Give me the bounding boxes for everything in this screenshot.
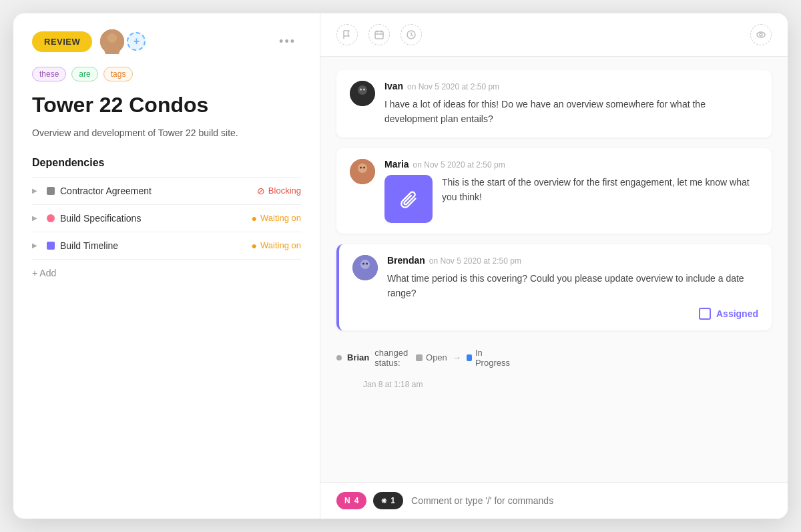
calendar-icon[interactable]: [368, 24, 390, 45]
assigned-label: Assigned: [716, 308, 758, 319]
status-to-dot: [467, 354, 472, 361]
comment-card-highlighted: Brendan on Nov 5 2020 at 2:50 pm What ti…: [336, 244, 772, 330]
svg-point-22: [362, 262, 364, 264]
bottom-badges: N 4 ❋ 1: [336, 492, 403, 509]
tag-are[interactable]: are: [71, 67, 97, 81]
status-from-dot: [416, 354, 423, 361]
waiting-icon: ●: [252, 240, 257, 251]
left-panel: REVIEW +: [13, 13, 320, 519]
add-dependency-button[interactable]: + Add: [32, 260, 301, 286]
svg-point-4: [113, 37, 115, 39]
svg-point-0: [100, 29, 124, 53]
dependencies-title: Dependencies: [32, 157, 301, 169]
page-title: Tower 22 Condos: [32, 92, 301, 117]
dependency-item: ▶ Contractor Agreement ⊘ Blocking: [32, 178, 301, 205]
paperclip-icon: [399, 190, 418, 208]
svg-point-15: [358, 164, 367, 173]
comment-author: Maria: [384, 159, 409, 170]
status-change-time: Jan 8 at 1:18 am: [363, 380, 772, 389]
review-button[interactable]: REVIEW: [32, 31, 92, 52]
assigned-checkbox[interactable]: [699, 308, 711, 320]
right-header: [320, 13, 788, 57]
notion-icon: N: [344, 496, 350, 505]
dep-color-indicator: [47, 242, 55, 250]
status-actor: Brian: [347, 352, 369, 362]
avatar-ivan: [350, 81, 375, 106]
dep-status-label: Waiting on: [260, 240, 301, 250]
tag-these[interactable]: these: [32, 67, 66, 81]
right-header-icons: [336, 24, 422, 45]
figma-count: 1: [390, 496, 395, 505]
svg-point-17: [360, 166, 362, 168]
comment-input[interactable]: [411, 495, 772, 506]
add-user-button[interactable]: +: [127, 32, 146, 51]
left-header: REVIEW +: [32, 29, 301, 53]
blocking-icon: ⊘: [257, 186, 265, 196]
comment-card: Maria on Nov 5 2020 at 2:50 pm This is t…: [336, 148, 772, 234]
comment-time: on Nov 5 2020 at 2:50 pm: [413, 160, 505, 170]
right-panel: Ivan on Nov 5 2020 at 2:50 pm I have a l…: [320, 13, 788, 519]
comment-card: Ivan on Nov 5 2020 at 2:50 pm I have a l…: [336, 70, 772, 138]
avatar: [100, 29, 124, 53]
avatar-maria: [350, 159, 375, 184]
avatar-face-maria: [350, 159, 375, 184]
comment-time: on Nov 5 2020 at 2:50 pm: [407, 82, 499, 91]
svg-point-8: [760, 33, 762, 36]
app-layout: REVIEW +: [13, 13, 788, 519]
comment-text: This is the start of the overview for th…: [442, 175, 758, 223]
flag-icon[interactable]: [336, 24, 358, 45]
comment-text: I have a lot of ideas for this! Do we ha…: [384, 97, 758, 127]
eye-icon[interactable]: [750, 24, 772, 45]
tag-tags[interactable]: tags: [103, 67, 134, 81]
dep-color-indicator: [47, 214, 55, 222]
dep-status: ● Waiting on: [252, 213, 301, 224]
dependency-item: ▶ Build Timeline ● Waiting on: [32, 232, 301, 260]
comment-body: Ivan on Nov 5 2020 at 2:50 pm I have a l…: [384, 81, 758, 127]
expand-icon[interactable]: ▶: [32, 242, 41, 249]
dep-status: ⊘ Blocking: [257, 186, 301, 196]
comment-footer: Assigned: [387, 308, 758, 320]
dependencies-list: ▶ Contractor Agreement ⊘ Blocking ▶ Buil…: [32, 177, 301, 260]
svg-point-10: [358, 85, 367, 95]
comment-header: Brendan on Nov 5 2020 at 2:50 pm: [387, 255, 758, 266]
avatar-face-svg: [100, 29, 124, 54]
avatar-face-brendan: [352, 255, 378, 280]
comment-author: Brendan: [387, 255, 425, 266]
more-options-button[interactable]: •••: [274, 32, 301, 51]
dep-status: ● Waiting on: [252, 240, 301, 251]
dep-status-label: Waiting on: [260, 213, 301, 223]
notion-count: 4: [354, 496, 359, 505]
expand-icon[interactable]: ▶: [32, 214, 41, 222]
comment-author: Ivan: [384, 81, 403, 91]
comment-body: Brendan on Nov 5 2020 at 2:50 pm What ti…: [387, 255, 758, 320]
clock-icon[interactable]: [400, 24, 422, 45]
status-from-label: Open: [426, 352, 447, 362]
tags-row: these are tags: [32, 67, 301, 81]
comment-body: Maria on Nov 5 2020 at 2:50 pm This is t…: [384, 159, 758, 223]
avatar-group: +: [100, 29, 146, 53]
comments-area: Ivan on Nov 5 2020 at 2:50 pm I have a l…: [320, 57, 788, 482]
attachment-preview[interactable]: [384, 175, 433, 223]
svg-rect-5: [375, 31, 383, 39]
dep-status-label: Blocking: [268, 186, 301, 196]
svg-point-7: [757, 32, 765, 37]
svg-point-1: [108, 34, 117, 43]
expand-icon[interactable]: ▶: [32, 187, 41, 194]
svg-point-13: [363, 89, 365, 91]
avatar-brendan: [352, 255, 378, 280]
comment-attachment: This is the start of the overview for th…: [384, 175, 758, 223]
comment-time: on Nov 5 2020 at 2:50 pm: [429, 256, 521, 266]
svg-point-2: [105, 45, 120, 54]
notion-badge[interactable]: N 4: [336, 492, 366, 509]
figma-badge[interactable]: ❋ 1: [373, 492, 403, 509]
svg-point-12: [360, 89, 362, 91]
status-to: In Progress: [467, 348, 511, 368]
comment-header: Maria on Nov 5 2020 at 2:50 pm: [384, 159, 758, 170]
svg-point-18: [363, 166, 365, 168]
status-from: Open: [416, 352, 447, 362]
dependency-item: ▶ Build Specifications ● Waiting on: [32, 205, 301, 232]
comment-header: Ivan on Nov 5 2020 at 2:50 pm: [384, 81, 758, 91]
svg-point-3: [109, 37, 111, 39]
status-change-dot: [336, 355, 342, 360]
dep-name: Build Timeline: [60, 240, 246, 251]
